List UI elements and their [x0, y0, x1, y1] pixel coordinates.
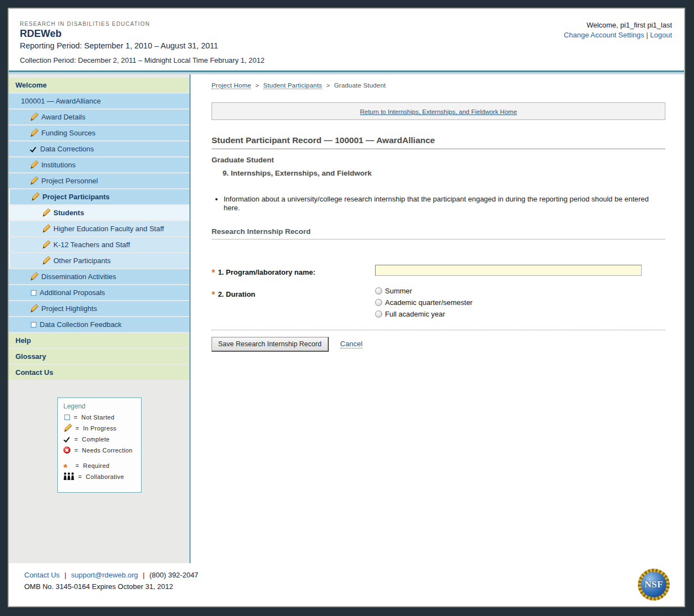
- footer-omb: OMB No. 3145-0164 Expires October 31, 20…: [24, 582, 684, 591]
- page-header: RESEARCH IN DISABILITIES EDUCATION RDEWe…: [9, 9, 684, 70]
- legend-item-collaborative: = Collaborative: [63, 472, 137, 481]
- sidebar-item-award-details[interactable]: Award Details: [9, 110, 189, 124]
- footer-email-link[interactable]: support@rdeweb.org: [71, 571, 138, 579]
- sidebar-item-higher-education[interactable]: Higher Education Faculty and Staff: [9, 221, 189, 236]
- people-icon: [63, 472, 74, 481]
- sidebar-item-welcome[interactable]: Welcome: [9, 78, 189, 92]
- square-icon: [64, 415, 70, 420]
- required-asterisk-icon: *: [212, 290, 215, 300]
- footer-contact-line: Contact Us | support@rdeweb.org | (800) …: [24, 571, 684, 579]
- legend-item-required: * = Required: [63, 462, 137, 469]
- info-bullet: Information about a university/college r…: [224, 195, 665, 213]
- cancel-link[interactable]: Cancel: [340, 340, 362, 348]
- sidebar-item-students[interactable]: Students: [9, 205, 189, 220]
- check-icon: [30, 145, 37, 153]
- pencil-icon: [42, 209, 50, 217]
- page-footer: Contact Us | support@rdeweb.org | (800) …: [9, 563, 684, 606]
- sidebar-item-additional-proposals[interactable]: Additional Proposals: [9, 285, 189, 300]
- breadcrumb-current: Graduate Student: [334, 82, 386, 89]
- form-heading: Research Internship Record: [212, 227, 665, 239]
- footer-phone: (800) 392-2047: [149, 571, 198, 579]
- legend-item-not-started: = Not Started: [63, 414, 137, 421]
- duration-option-full-year: Full academic year: [375, 310, 473, 318]
- sidebar-item-dissemination[interactable]: Dissemination Activities: [9, 269, 189, 284]
- graduate-student-heading: Graduate Student: [212, 156, 665, 164]
- pencil-icon: [63, 424, 72, 432]
- pencil-icon: [30, 113, 38, 121]
- sidebar-item-other-participants[interactable]: Other Participants: [9, 253, 189, 268]
- sidebar-item-project-highlights[interactable]: Project Highlights: [9, 301, 189, 316]
- pencil-icon: [30, 161, 38, 169]
- pencil-icon: [31, 193, 39, 201]
- header-separator: |: [646, 31, 648, 39]
- legend: Legend = Not Started = In Progress =: [57, 397, 142, 493]
- main-content: Project Home > Student Participants > Gr…: [191, 74, 684, 563]
- radio-button[interactable]: [375, 310, 382, 318]
- section-heading: 9. Internships, Externships, and Fieldwo…: [223, 169, 665, 177]
- change-account-settings-link[interactable]: Change Account Settings: [564, 31, 644, 39]
- reporting-period: Reporting Period: September 1, 2010 – Au…: [20, 41, 673, 50]
- legend-item-needs-correction: = Needs Correction: [63, 446, 137, 454]
- return-home-bar: Return to Internships, Externships, and …: [212, 102, 665, 120]
- radio-button[interactable]: [375, 287, 382, 295]
- logout-link[interactable]: Logout: [650, 31, 672, 39]
- breadcrumb-project-home-link[interactable]: Project Home: [212, 82, 251, 89]
- legend-item-complete: = Complete: [63, 435, 137, 443]
- error-icon: [63, 446, 71, 454]
- welcome-user: Welcome, pi1_first pi1_last: [564, 21, 672, 29]
- app-window: RESEARCH IN DISABILITIES EDUCATION RDEWe…: [8, 8, 685, 607]
- duration-options: Summer Academic quarter/semester Full ac…: [375, 287, 473, 318]
- duration-row: *2. Duration Summer Academic quarter/sem…: [212, 287, 665, 318]
- form-actions: Save Research Internship Record Cancel: [212, 337, 665, 352]
- breadcrumb: Project Home > Student Participants > Gr…: [212, 82, 665, 89]
- collection-period: Collection Period: December 2, 2011 – Mi…: [20, 56, 673, 64]
- sidebar-item-k12-teachers[interactable]: K-12 Teachers and Staff: [9, 237, 189, 252]
- save-research-internship-button[interactable]: Save Research Internship Record: [212, 337, 329, 352]
- pencil-icon: [30, 304, 38, 313]
- sidebar-item-project-participants[interactable]: Project Participants: [9, 189, 189, 204]
- sidebar-item-glossary[interactable]: Glossary: [9, 349, 189, 364]
- sidebar: Welcome 100001 — AwardAlliance Award Det…: [9, 74, 191, 563]
- pencil-icon: [30, 177, 38, 185]
- duration-option-summer: Summer: [375, 287, 473, 295]
- sidebar-item-help[interactable]: Help: [9, 333, 189, 348]
- program-name-row: *1. Program/laboratory name:: [212, 265, 665, 277]
- required-asterisk-icon: *: [212, 268, 215, 278]
- sidebar-item-funding-sources[interactable]: Funding Sources: [9, 126, 189, 140]
- radio-button[interactable]: [375, 299, 382, 306]
- legend-title: Legend: [63, 402, 137, 410]
- info-bullets: Information about a university/college r…: [224, 195, 665, 213]
- pencil-icon: [42, 225, 50, 233]
- sidebar-item-contact-us[interactable]: Contact Us: [9, 365, 189, 380]
- duration-label: *2. Duration: [212, 287, 375, 318]
- pencil-icon: [30, 272, 38, 281]
- program-name-label: *1. Program/laboratory name:: [212, 265, 375, 277]
- check-icon: [63, 435, 71, 443]
- pencil-icon: [30, 129, 38, 137]
- not-started-icon: [31, 322, 36, 328]
- form-separator: [212, 330, 665, 330]
- footer-contact-us-link[interactable]: Contact Us: [24, 571, 59, 579]
- pencil-icon: [42, 257, 50, 265]
- duration-option-quarter: Academic quarter/semester: [375, 298, 473, 307]
- return-home-link[interactable]: Return to Internships, Externships, and …: [360, 108, 517, 115]
- asterisk-icon: *: [63, 465, 72, 471]
- page-title: Student Participant Record — 100001 — Aw…: [212, 135, 665, 149]
- sidebar-item-project-personnel[interactable]: Project Personnel: [9, 173, 189, 188]
- legend-item-in-progress: = In Progress: [63, 424, 137, 432]
- sidebar-item-data-collection-feedback[interactable]: Data Collection Feedback: [9, 317, 189, 332]
- nsf-logo: NSF: [638, 569, 670, 601]
- pencil-icon: [42, 241, 50, 249]
- sidebar-item-institutions[interactable]: Institutions: [9, 157, 189, 172]
- not-started-icon: [31, 290, 36, 296]
- program-name-input[interactable]: [375, 265, 642, 276]
- breadcrumb-student-participants-link[interactable]: Student Participants: [263, 82, 322, 89]
- sidebar-item-award[interactable]: 100001 — AwardAlliance: [9, 94, 189, 108]
- sidebar-item-data-corrections[interactable]: Data Corrections: [9, 141, 189, 156]
